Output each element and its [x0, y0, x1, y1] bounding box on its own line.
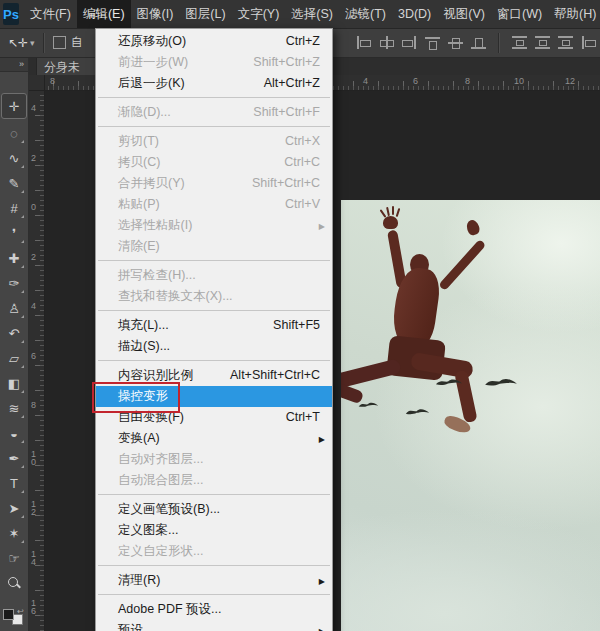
- brush-tool[interactable]: ✑: [3, 272, 25, 294]
- menubar-item-layer[interactable]: 图层(L): [179, 0, 231, 28]
- shape-tool[interactable]: ✶: [3, 522, 25, 544]
- menu-item-check-spelling[interactable]: 拼写检查(H)...: [96, 265, 332, 286]
- menubar-item-file[interactable]: 文件(F): [24, 0, 77, 28]
- move-tool[interactable]: ✛: [1, 93, 27, 119]
- color-swatches[interactable]: ↩: [3, 609, 23, 625]
- menu-item-find-replace-text[interactable]: 查找和替换文本(X)...: [96, 286, 332, 307]
- menu-item-purge[interactable]: 清理(R)▶: [96, 570, 332, 591]
- path-selection-tool-icon: ➤: [9, 501, 20, 516]
- distribute-vertical-centers-icon[interactable]: [535, 36, 550, 49]
- align-bottom-edges-icon[interactable]: [471, 36, 486, 49]
- ruler-number: 8: [50, 76, 55, 86]
- type-tool-icon: T: [10, 476, 18, 491]
- align-horizontal-centers-icon[interactable]: [379, 36, 394, 49]
- menu-item-copy[interactable]: 拷贝(C)Ctrl+C: [96, 152, 332, 173]
- chevron-down-icon[interactable]: ▾: [30, 38, 35, 48]
- menu-item-undo-move[interactable]: 还原移动(O)Ctrl+Z: [96, 31, 332, 52]
- gradient-tool[interactable]: ◧: [3, 372, 25, 394]
- menubar-item-select[interactable]: 选择(S): [285, 0, 339, 28]
- options-separator: [498, 33, 500, 53]
- ruler-number: 16: [29, 599, 38, 615]
- person-silhouette: [380, 209, 387, 218]
- menubar-item-filter[interactable]: 滤镜(T): [339, 0, 392, 28]
- options-separator: [43, 33, 45, 53]
- swap-colors-icon[interactable]: ↩: [17, 607, 24, 616]
- menu-item-define-brush-preset[interactable]: 定义画笔预设(B)...: [96, 499, 332, 520]
- clone-stamp-tool[interactable]: ♙: [3, 297, 25, 319]
- menubar-item-type[interactable]: 文字(Y): [232, 0, 286, 28]
- marquee-tool[interactable]: ◌: [3, 122, 25, 144]
- menu-item-fill[interactable]: 填充(L)...Shift+F5: [96, 315, 332, 336]
- type-tool[interactable]: T: [3, 472, 25, 494]
- crop-tool[interactable]: #: [3, 197, 25, 219]
- ruler-number: 0: [29, 203, 38, 211]
- menu-item-auto-blend-layers[interactable]: 自动混合图层...: [96, 470, 332, 491]
- history-brush-tool[interactable]: ↶: [3, 322, 25, 344]
- dodge-tool[interactable]: ◒: [3, 422, 25, 444]
- eyedropper-tool[interactable]: ❜: [3, 222, 25, 244]
- zoom-tool[interactable]: [3, 572, 25, 594]
- ruler-number: 10: [514, 76, 524, 86]
- distribute-left-edges-icon[interactable]: [581, 36, 596, 49]
- hand-tool[interactable]: ☞: [3, 547, 25, 569]
- foreground-color-swatch[interactable]: [3, 609, 14, 620]
- menu-separator: [96, 491, 332, 499]
- blur-tool-icon: ≋: [9, 401, 20, 416]
- ruler-number: 6: [413, 76, 418, 86]
- menu-item-define-pattern[interactable]: 定义图案...: [96, 520, 332, 541]
- align-top-edges-icon[interactable]: [425, 36, 440, 49]
- menu-item-step-forward[interactable]: 前进一步(W)Shift+Ctrl+Z: [96, 52, 332, 73]
- submenu-arrow-icon: ▶: [319, 621, 325, 631]
- eraser-tool-icon: ▱: [9, 351, 19, 366]
- menubar-item-help[interactable]: 帮助(H): [548, 0, 600, 28]
- distribute-bottom-edges-icon[interactable]: [558, 36, 573, 49]
- menu-item-stroke[interactable]: 描边(S)...: [96, 336, 332, 357]
- marquee-tool-icon: ◌: [10, 126, 18, 141]
- pen-tool[interactable]: ✒: [3, 447, 25, 469]
- healing-brush-tool[interactable]: ✚: [3, 247, 25, 269]
- ruler-number: 12: [565, 76, 575, 86]
- quick-selection-tool-icon: ✎: [9, 176, 20, 191]
- align-right-edges-icon[interactable]: [402, 36, 417, 49]
- menu-item-transform[interactable]: 变换(A)▶: [96, 428, 332, 449]
- bird-silhouette: [484, 375, 518, 390]
- distribute-top-edges-icon[interactable]: [512, 36, 527, 49]
- menu-item-presets[interactable]: 预设▶: [96, 620, 332, 631]
- annotation-highlight-box: [92, 382, 180, 413]
- vertical-ruler[interactable]: 4 2 0 2 4 6 8 10 12 14 16: [28, 90, 45, 631]
- menu-item-step-backward[interactable]: 后退一步(K)Alt+Ctrl+Z: [96, 73, 332, 94]
- menubar-item-image[interactable]: 图像(I): [131, 0, 180, 28]
- ruler-number: 4: [29, 302, 38, 310]
- menubar-item-edit[interactable]: 编辑(E): [77, 0, 131, 28]
- align-left-edges-icon[interactable]: [356, 36, 371, 49]
- menu-item-cut[interactable]: 剪切(T)Ctrl+X: [96, 131, 332, 152]
- menu-item-paste-special[interactable]: 选择性粘贴(I)▶: [96, 215, 332, 236]
- bird-silhouette: [358, 400, 379, 410]
- auto-select-checkbox[interactable]: [53, 36, 66, 49]
- menu-item-fade[interactable]: 渐隐(D)...Shift+Ctrl+F: [96, 102, 332, 123]
- eraser-tool[interactable]: ▱: [3, 347, 25, 369]
- menubar-item-window[interactable]: 窗口(W): [491, 0, 548, 28]
- menu-separator: [96, 94, 332, 102]
- menubar-item-view[interactable]: 视图(V): [437, 0, 491, 28]
- move-tool-icon[interactable]: ↖✛: [8, 36, 28, 50]
- menu-item-copy-merged[interactable]: 合并拷贝(Y)Shift+Ctrl+C: [96, 173, 332, 194]
- menu-item-paste[interactable]: 粘贴(P)Ctrl+V: [96, 194, 332, 215]
- edit-menu-dropdown: 还原移动(O)Ctrl+Z 前进一步(W)Shift+Ctrl+Z 后退一步(K…: [95, 28, 333, 631]
- menu-item-adobe-pdf-presets[interactable]: Adobe PDF 预设...: [96, 599, 332, 620]
- ruler-number: 4: [29, 104, 38, 112]
- menu-separator: [96, 591, 332, 599]
- blur-tool[interactable]: ≋: [3, 397, 25, 419]
- bird-silhouette: [405, 406, 430, 418]
- menu-item-define-custom-shape[interactable]: 定义自定形状...: [96, 541, 332, 562]
- lasso-tool[interactable]: ∿: [3, 147, 25, 169]
- align-vertical-centers-icon[interactable]: [448, 36, 463, 49]
- photo-layer[interactable]: [341, 200, 600, 631]
- menu-item-auto-align-layers[interactable]: 自动对齐图层...: [96, 449, 332, 470]
- gradient-tool-icon: ◧: [8, 376, 20, 391]
- path-selection-tool[interactable]: ➤: [3, 497, 25, 519]
- quick-selection-tool[interactable]: ✎: [3, 172, 25, 194]
- menu-item-clear[interactable]: 清除(E): [96, 236, 332, 257]
- tools-collapse-button[interactable]: »: [0, 57, 28, 72]
- menubar-item-3d[interactable]: 3D(D): [392, 0, 437, 28]
